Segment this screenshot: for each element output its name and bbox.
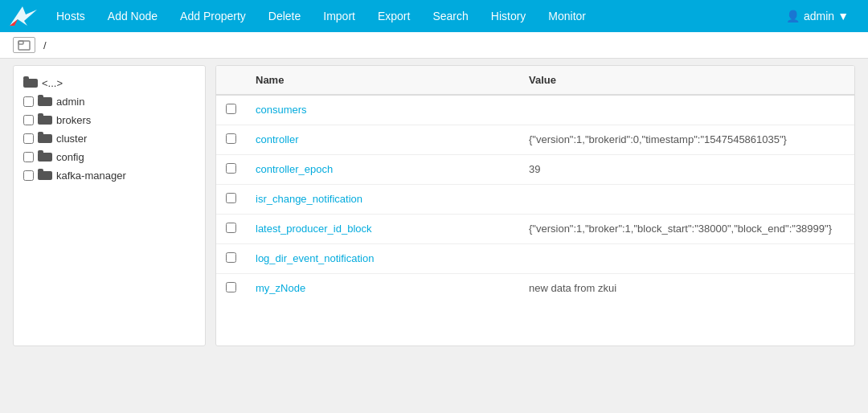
row-value-text-4: {"version":1,"broker":1,"block_start":"3… bbox=[529, 223, 832, 235]
row-name-link-2[interactable]: controller_epoch bbox=[256, 163, 333, 175]
sidebar-item-brokers[interactable]: brokers bbox=[20, 111, 199, 129]
row-value-5 bbox=[519, 244, 854, 274]
sidebar-parent[interactable]: <...> bbox=[20, 74, 199, 92]
table-body: consumers controller {"version":1,"broke… bbox=[216, 95, 854, 303]
folder-icon-config bbox=[38, 150, 52, 164]
user-dropdown-arrow: ▼ bbox=[837, 10, 849, 22]
sidebar-checkbox-kafka-manager[interactable] bbox=[23, 170, 34, 181]
row-value-text-6: new data from zkui bbox=[529, 282, 616, 294]
row-checkbox-4[interactable] bbox=[226, 223, 236, 233]
row-value-0 bbox=[519, 95, 854, 125]
row-name-link-3[interactable]: isr_change_notification bbox=[256, 193, 362, 205]
sidebar-item-admin[interactable]: admin bbox=[20, 92, 199, 111]
table-row: controller_epoch 39 bbox=[216, 155, 854, 185]
row-check-0[interactable] bbox=[216, 95, 246, 125]
folder-icon-cluster bbox=[38, 132, 52, 145]
user-icon: 👤 bbox=[786, 10, 800, 22]
row-check-5[interactable] bbox=[216, 244, 246, 274]
row-value-text-2: 39 bbox=[529, 163, 540, 175]
row-checkbox-6[interactable] bbox=[226, 282, 236, 292]
svg-rect-3 bbox=[18, 41, 23, 44]
table-row: my_zNode new data from zkui bbox=[216, 274, 854, 304]
row-checkbox-0[interactable] bbox=[226, 104, 236, 114]
sidebar-label-kafka-manager: kafka-manager bbox=[56, 170, 126, 182]
row-value-text-1: {"version":1,"brokerid":0,"timestamp":"1… bbox=[529, 133, 787, 145]
row-name-2[interactable]: controller_epoch bbox=[246, 155, 519, 185]
sidebar-item-kafka-manager[interactable]: kafka-manager bbox=[20, 166, 199, 185]
folder-parent-icon bbox=[23, 76, 38, 90]
row-value-1: {"version":1,"brokerid":0,"timestamp":"1… bbox=[519, 125, 854, 155]
row-value-4: {"version":1,"broker":1,"block_start":"3… bbox=[519, 215, 854, 244]
row-checkbox-1[interactable] bbox=[226, 133, 236, 144]
table-panel: Name Value consumers controller bbox=[215, 65, 855, 346]
sidebar: <...> admin brokers bbox=[13, 65, 206, 346]
svg-rect-15 bbox=[38, 169, 43, 173]
nav-hosts[interactable]: Hosts bbox=[45, 0, 96, 32]
table-row: isr_change_notification bbox=[216, 185, 854, 215]
row-name-5[interactable]: log_dir_event_notification bbox=[246, 244, 519, 274]
sidebar-parent-label: <...> bbox=[42, 77, 63, 89]
row-name-link-1[interactable]: controller bbox=[256, 133, 298, 145]
nav-delete[interactable]: Delete bbox=[257, 0, 312, 32]
sidebar-label-brokers: brokers bbox=[56, 114, 91, 126]
row-name-link-6[interactable]: my_zNode bbox=[256, 282, 305, 294]
svg-rect-2 bbox=[18, 41, 30, 50]
row-value-6: new data from zkui bbox=[519, 274, 854, 304]
sidebar-checkbox-config[interactable] bbox=[23, 152, 34, 162]
row-checkbox-5[interactable] bbox=[226, 252, 236, 263]
sidebar-items: admin brokers cluster bbox=[20, 92, 199, 185]
table-row: log_dir_event_notification bbox=[216, 244, 854, 274]
row-value-3 bbox=[519, 185, 854, 215]
sidebar-label-cluster: cluster bbox=[56, 133, 87, 145]
row-name-3[interactable]: isr_change_notification bbox=[246, 185, 519, 215]
row-checkbox-3[interactable] bbox=[226, 193, 236, 203]
row-name-0[interactable]: consumers bbox=[246, 95, 519, 125]
svg-rect-9 bbox=[38, 113, 43, 117]
svg-rect-7 bbox=[38, 95, 43, 99]
breadcrumb-bar: / bbox=[0, 32, 868, 59]
svg-rect-5 bbox=[23, 76, 29, 80]
sidebar-item-cluster[interactable]: cluster bbox=[20, 129, 199, 148]
nav-search[interactable]: Search bbox=[421, 0, 479, 32]
nav-add-node[interactable]: Add Node bbox=[96, 0, 169, 32]
sidebar-label-admin: admin bbox=[56, 96, 84, 108]
table-header-value: Value bbox=[519, 66, 854, 95]
table-header-name: Name bbox=[246, 66, 519, 95]
nav-import[interactable]: Import bbox=[312, 0, 366, 32]
table-row: consumers bbox=[216, 95, 854, 125]
sidebar-item-config[interactable]: config bbox=[20, 148, 199, 166]
svg-rect-11 bbox=[38, 132, 43, 136]
row-name-link-4[interactable]: latest_producer_id_block bbox=[256, 223, 372, 235]
svg-rect-13 bbox=[38, 150, 43, 154]
data-table: Name Value consumers controller bbox=[216, 66, 854, 303]
navbar: Hosts Add Node Add Property Delete Impor… bbox=[0, 0, 868, 32]
row-name-link-0[interactable]: consumers bbox=[256, 104, 307, 116]
main-content: <...> admin brokers bbox=[0, 65, 868, 346]
row-check-6[interactable] bbox=[216, 274, 246, 304]
row-name-6[interactable]: my_zNode bbox=[246, 274, 519, 304]
brand-logo[interactable] bbox=[8, 3, 37, 29]
user-menu[interactable]: 👤 admin ▼ bbox=[775, 10, 860, 22]
row-check-3[interactable] bbox=[216, 185, 246, 215]
sidebar-checkbox-admin[interactable] bbox=[23, 96, 34, 107]
nav-export[interactable]: Export bbox=[366, 0, 421, 32]
nav-monitor[interactable]: Monitor bbox=[537, 0, 597, 32]
sidebar-label-config: config bbox=[56, 151, 84, 163]
user-label: admin bbox=[804, 10, 834, 22]
row-value-2: 39 bbox=[519, 155, 854, 185]
row-name-1[interactable]: controller bbox=[246, 125, 519, 155]
sidebar-checkbox-cluster[interactable] bbox=[23, 133, 34, 144]
table-row: latest_producer_id_block {"version":1,"b… bbox=[216, 215, 854, 244]
sidebar-checkbox-brokers[interactable] bbox=[23, 115, 34, 125]
table-header-check bbox=[216, 66, 246, 95]
row-check-1[interactable] bbox=[216, 125, 246, 155]
row-check-2[interactable] bbox=[216, 155, 246, 185]
row-check-4[interactable] bbox=[216, 215, 246, 244]
nav-add-property[interactable]: Add Property bbox=[169, 0, 257, 32]
row-checkbox-2[interactable] bbox=[226, 163, 236, 174]
breadcrumb-path: / bbox=[43, 39, 47, 51]
row-name-link-5[interactable]: log_dir_event_notification bbox=[256, 252, 374, 264]
nav-history[interactable]: History bbox=[480, 0, 538, 32]
folder-icon-kafka-manager bbox=[38, 169, 52, 182]
row-name-4[interactable]: latest_producer_id_block bbox=[246, 215, 519, 244]
